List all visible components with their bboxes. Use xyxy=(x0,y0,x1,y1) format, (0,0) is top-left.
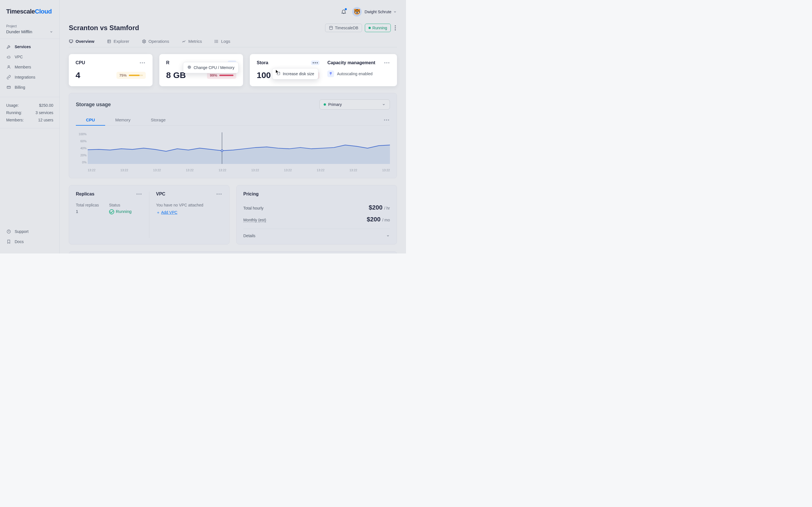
card-title: Stora xyxy=(257,60,268,65)
ram-card: R Change CPU / Memory 8 GB 99% xyxy=(159,54,243,86)
field-label: Status xyxy=(109,203,142,207)
vpc-none-text: You have no VPC attached xyxy=(156,203,223,207)
card-menu-button[interactable] xyxy=(136,193,142,195)
chevron-down-icon xyxy=(393,10,397,14)
svg-rect-1 xyxy=(7,86,10,89)
card-menu-button[interactable] xyxy=(216,193,222,195)
db-type-pill[interactable]: TimescaleDB xyxy=(325,24,362,32)
cpu-card: CPU 4 75% xyxy=(69,54,153,86)
chevron-down-icon xyxy=(382,103,386,107)
check-circle-icon xyxy=(109,209,114,214)
usage-chart: 100%60%40%20%0% 13:2213:2213:2213:2213:2… xyxy=(76,132,390,172)
storage-popover[interactable]: Increase disk size xyxy=(272,68,318,79)
svg-rect-5 xyxy=(69,40,73,42)
sidebar-item-label: Docs xyxy=(15,239,24,244)
main: Scranton vs Stamford TimescaleDB Running… xyxy=(60,24,406,253)
wrench-icon xyxy=(6,44,11,49)
sidebar-item-integrations[interactable]: Integrations xyxy=(0,72,59,82)
svg-point-31 xyxy=(221,150,223,152)
sidebar-item-label: Integrations xyxy=(15,75,35,79)
tab-overview[interactable]: Overview xyxy=(69,36,100,47)
tab-label: Logs xyxy=(221,39,231,44)
status-label: Running xyxy=(372,25,387,30)
nav: Services VPC Members Integrations Billin… xyxy=(0,39,59,95)
user-name: Dwight Schrute xyxy=(364,10,391,14)
subtab-cpu[interactable]: CPU xyxy=(76,115,105,126)
sidebar-item-vpc[interactable]: VPC xyxy=(0,52,59,62)
usage-pct: 99% xyxy=(210,73,217,77)
stat-value: 12 users xyxy=(38,118,53,122)
tab-metrics[interactable]: Metrics xyxy=(182,36,207,47)
add-vpc-link[interactable]: ＋Add VPC xyxy=(156,210,223,215)
dropdown-label: Primary xyxy=(328,102,342,107)
notifications-button[interactable] xyxy=(341,9,347,15)
pricing-card: Pricing Total hourly $200/ hr Monthly (e… xyxy=(236,185,397,244)
svg-point-4 xyxy=(329,26,333,27)
tab-label: Overview xyxy=(75,39,94,44)
cpu-icon xyxy=(187,65,192,70)
sidebar-item-services[interactable]: Services xyxy=(0,42,59,52)
card-icon xyxy=(6,85,11,90)
card-menu-button[interactable] xyxy=(139,61,146,64)
sidebar-item-label: VPC xyxy=(15,55,23,59)
pricing-label: Total hourly xyxy=(243,206,264,211)
sidebar-item-label: Members xyxy=(15,65,31,69)
card-title: CPU xyxy=(75,60,85,65)
sidebar-item-docs[interactable]: Docs xyxy=(0,237,59,247)
stat-label: Usage: xyxy=(6,103,18,108)
card-menu-button[interactable] xyxy=(311,61,319,65)
metric-cards: CPU 4 75% R Change CPU / Memory 8 G xyxy=(69,54,397,86)
autoscale-icon xyxy=(327,70,334,77)
brand-logo: TimescaleCloud xyxy=(0,0,59,21)
project-label: Project xyxy=(6,24,53,28)
pricing-unit: / hr xyxy=(384,206,390,210)
svg-rect-17 xyxy=(188,66,191,68)
sidebar: TimescaleCloud Project Dunder Mifflin Se… xyxy=(0,0,60,253)
database-icon xyxy=(329,25,333,30)
tab-logs[interactable]: Logs xyxy=(214,36,236,47)
more-info-panel[interactable]: More information xyxy=(69,251,397,253)
tab-label: Metrics xyxy=(188,39,202,44)
ram-popover[interactable]: Change CPU / Memory xyxy=(183,62,239,73)
tabs: Overview Explorer Operations Metrics Log… xyxy=(69,36,397,47)
stat-label: Members: xyxy=(6,118,24,122)
chevron-down-icon xyxy=(386,234,390,238)
card-title: R xyxy=(166,60,169,65)
svg-point-16 xyxy=(215,42,215,43)
card-menu-button[interactable] xyxy=(384,61,390,64)
svg-point-10 xyxy=(144,41,145,42)
tab-operations[interactable]: Operations xyxy=(142,36,175,47)
sidebar-item-support[interactable]: Support xyxy=(0,226,59,237)
node-selector[interactable]: Primary xyxy=(319,100,390,110)
stat-label: Running: xyxy=(6,110,22,115)
card-title: Replicas xyxy=(76,191,94,196)
tab-explorer[interactable]: Explorer xyxy=(107,36,135,47)
card-value: 4 xyxy=(75,70,80,80)
brand-name: Timescale xyxy=(6,8,35,15)
avatar-emoji: 🐯 xyxy=(354,8,361,15)
pricing-label: Monthly (est) xyxy=(243,218,266,223)
sidebar-item-label: Support xyxy=(15,229,29,234)
svg-rect-7 xyxy=(107,40,110,43)
lower-cards: Replicas Total replicas 1 Status Running xyxy=(69,185,397,244)
chart-svg xyxy=(88,132,390,164)
disk-icon xyxy=(276,71,281,76)
status-dot-icon xyxy=(324,103,326,106)
settings-icon xyxy=(142,39,146,44)
subtab-storage[interactable]: Storage xyxy=(141,115,176,125)
sidebar-item-label: Services xyxy=(15,45,31,49)
pricing-value: $200 xyxy=(367,216,380,223)
stat-value: 3 services xyxy=(36,110,53,115)
avatar: 🐯 xyxy=(352,7,362,17)
chart-menu-button[interactable] xyxy=(383,119,390,121)
plus-icon: ＋ xyxy=(156,210,160,215)
project-selector[interactable]: Project Dunder Mifflin xyxy=(0,21,59,39)
subtab-memory[interactable]: Memory xyxy=(105,115,141,125)
notification-dot-icon xyxy=(345,8,347,10)
sidebar-item-members[interactable]: Members xyxy=(0,62,59,72)
sidebar-item-billing[interactable]: Billing xyxy=(0,82,59,93)
user-menu[interactable]: 🐯 Dwight Schrute xyxy=(352,7,397,17)
page-actions-menu[interactable] xyxy=(394,24,397,32)
pricing-details-toggle[interactable]: Details xyxy=(243,229,390,238)
svg-point-14 xyxy=(215,40,215,40)
